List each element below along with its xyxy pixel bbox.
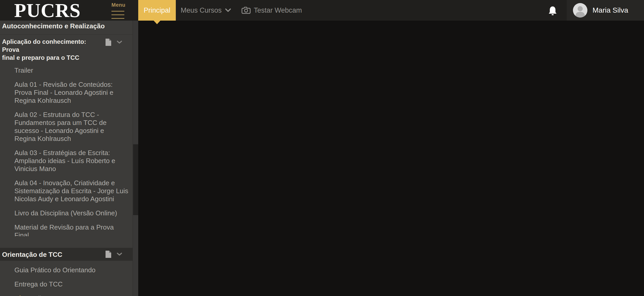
top-bar: PUCRS Menu Principal Meus Cursos Testar … <box>0 0 644 21</box>
tab-meus-cursos[interactable]: Meus Cursos <box>181 0 231 21</box>
sidebar-section-orientacao-de-tcc[interactable]: Orientação de TCC <box>0 248 133 261</box>
sidebar-item-material-de-revisao[interactable]: Material de Revisão para a Prova Final <box>0 223 133 236</box>
main-content-area <box>138 21 644 296</box>
sidebar-item-trailer[interactable]: Trailer <box>0 66 133 74</box>
person-icon <box>573 3 587 18</box>
section-label: Aplicação do conhecimento: Prova final e… <box>2 38 86 61</box>
user-menu[interactable]: Maria Silva <box>567 0 644 21</box>
camera-icon <box>241 7 251 14</box>
sidebar-item-aula-04[interactable]: Aula 04 - Inovação, Criatividade e Siste… <box>0 179 133 203</box>
sidebar-section-autoconhecimento[interactable]: Autoconhecimento e Realização <box>0 21 133 35</box>
chevron-down-icon <box>117 253 122 256</box>
section-label: Orientação de TCC <box>2 251 62 258</box>
document-icon <box>106 251 111 258</box>
tab-testar-webcam-label: Testar Webcam <box>254 0 302 21</box>
course-sidebar: Autoconhecimento e Realização Aplicação … <box>0 21 133 296</box>
sidebar-item-guia-pratico[interactable]: Guia Prático do Orientando <box>0 266 133 274</box>
bell-icon[interactable] <box>548 6 558 16</box>
sidebar-item-label: Avalie o TCC <box>27 294 66 296</box>
tab-principal[interactable]: Principal <box>138 0 176 21</box>
sidebar-item-entrega-do-tcc[interactable]: Entrega do TCC <box>0 280 133 288</box>
menu-label: Menu <box>111 2 125 8</box>
sidebar-item-aula-02[interactable]: Aula 02 - Estrutura do TCC - Fundamentos… <box>0 111 133 143</box>
sidebar-scrollbar-track[interactable] <box>133 21 138 296</box>
user-name: Maria Silva <box>593 6 628 14</box>
sidebar-item-avalie-o-tcc[interactable]: Avalie o TCC <box>0 294 133 296</box>
sidebar-item-aula-03[interactable]: Aula 03 - Estratégias de Escrita: Amplia… <box>0 149 133 173</box>
sidebar-section-aplicacao-do-conhecimento[interactable]: Aplicação do conhecimento: Prova final e… <box>0 35 133 60</box>
sidebar-item-aula-01[interactable]: Aula 01 - Revisão de Conteúdos: Prova Fi… <box>0 81 133 105</box>
chevron-down-icon <box>225 9 231 12</box>
tab-testar-webcam[interactable]: Testar Webcam <box>241 0 302 21</box>
section-items-list: Guia Prático do Orientando Entrega do TC… <box>0 261 133 296</box>
section-items-list: Trailer Aula 01 - Revisão de Conteúdos: … <box>0 60 133 236</box>
chevron-down-icon <box>117 41 122 44</box>
menu-button[interactable]: Menu <box>111 2 125 19</box>
sidebar-scrollbar-thumb[interactable] <box>133 144 138 215</box>
tab-meus-cursos-label: Meus Cursos <box>181 0 222 21</box>
hamburger-icon <box>111 11 125 19</box>
document-icon <box>106 39 111 46</box>
sidebar-spacer <box>0 236 133 248</box>
pucrs-logo[interactable]: PUCRS <box>14 0 81 21</box>
sidebar-item-livro-da-disciplina[interactable]: Livro da Disciplina (Versão Online) <box>0 209 133 217</box>
avatar <box>573 3 587 18</box>
